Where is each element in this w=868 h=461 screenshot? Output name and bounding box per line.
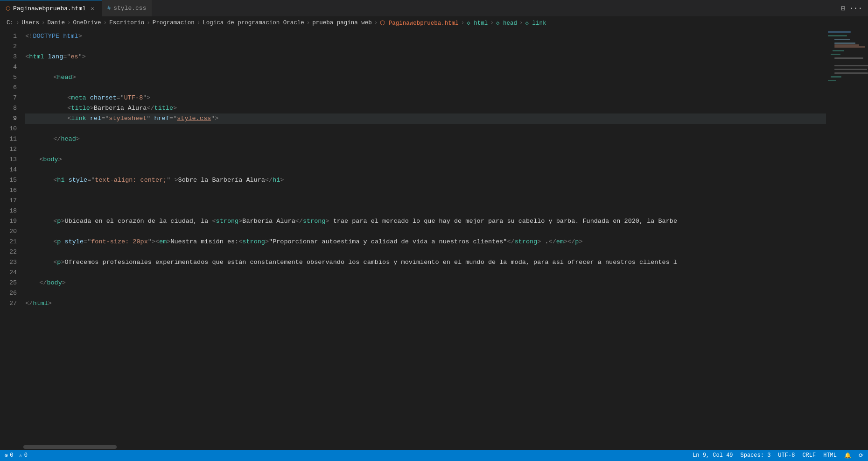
line-num-12: 12: [9, 144, 17, 155]
line-num-26: 26: [9, 288, 17, 298]
line-num-17: 17: [9, 196, 17, 206]
spaces-label: Spaces: 3: [741, 452, 771, 459]
status-sync[interactable]: ⟳: [859, 452, 863, 459]
split-editor-icon[interactable]: ⊟: [841, 4, 846, 13]
code-line-21: <p style="font-size: 20px"><em>Nuestra m…: [25, 237, 826, 247]
code-line-15: <h1 style="text-align: center;" >Sobre l…: [25, 175, 826, 185]
code-line-26: [25, 288, 826, 298]
code-line-6: [25, 83, 826, 93]
code-line-7: <meta charset="UTF-8">: [25, 93, 826, 103]
scroll-thumb[interactable]: [23, 445, 117, 449]
tab-css[interactable]: # style.css: [102, 0, 152, 16]
status-warnings[interactable]: ⚠ 0: [19, 452, 27, 459]
code-line-4: [25, 62, 826, 72]
code-line-11: </head>: [25, 134, 826, 144]
line-num-11: 11: [9, 134, 17, 144]
code-editor[interactable]: <!DOCTYPE html> <html lang="es"> <head> …: [23, 29, 826, 444]
breadcrumb-danie[interactable]: Danie: [48, 20, 65, 26]
status-encoding[interactable]: UTF-8: [778, 452, 795, 459]
line-num-18: 18: [9, 206, 17, 216]
error-icon: ⊗: [5, 452, 8, 459]
eol-label: CRLF: [802, 452, 816, 459]
line-num-9: 9: [9, 113, 17, 124]
minimap-line: [828, 31, 851, 33]
sync-icon: ⟳: [859, 452, 863, 459]
encoding-label: UTF-8: [778, 452, 795, 459]
horizontal-scrollbar[interactable]: [0, 444, 868, 450]
html-icon: ⬡: [6, 5, 10, 12]
line-num-5: 5: [9, 72, 17, 83]
title-bar: ⬡ Paginawebprueba.html ✕ # style.css ⊟ ·…: [0, 0, 868, 16]
line-num-14: 14: [9, 165, 17, 175]
status-ln-col[interactable]: Ln 9, Col 49: [693, 452, 733, 459]
tab-css-label: style.css: [113, 5, 146, 12]
code-line-22: [25, 247, 826, 257]
code-line-5: <head>: [25, 72, 826, 83]
line-num-13: 13: [9, 155, 17, 165]
line-num-4: 4: [9, 62, 17, 72]
status-language[interactable]: HTML: [823, 452, 837, 459]
editor-area: 1 2 3 4 5 6 7 8 9 10 11 12 13 14 15 16 1…: [0, 29, 868, 444]
breadcrumb: C: › Users › Danie › OneDrive › Escritor…: [0, 16, 868, 29]
code-line-25: </body>: [25, 278, 826, 288]
status-spaces[interactable]: Spaces: 3: [741, 452, 771, 459]
line-num-27: 27: [9, 298, 17, 309]
line-numbers: 1 2 3 4 5 6 7 8 9 10 11 12 13 14 15 16 1…: [0, 29, 23, 444]
code-line-12: [25, 144, 826, 155]
tab-group: ⬡ Paginawebprueba.html ✕ # style.css: [0, 0, 152, 16]
code-line-18: [25, 206, 826, 216]
breadcrumb-html-file[interactable]: ⬡ Paginawebprueba.html: [380, 19, 459, 27]
status-left: ⊗ 0 ⚠ 0: [5, 452, 28, 459]
code-line-23: <p>Ofrecemos profesionales experimentado…: [25, 257, 826, 268]
line-num-21: 21: [9, 237, 17, 247]
breadcrumb-head-tag[interactable]: ◇ head: [496, 19, 517, 27]
breadcrumb-onedrive[interactable]: OneDrive: [73, 20, 101, 26]
status-right: Ln 9, Col 49 Spaces: 3 UTF-8 CRLF HTML 🔔…: [693, 452, 863, 459]
code-line-3: <html lang="es">: [25, 52, 826, 62]
line-num-2: 2: [9, 42, 17, 52]
code-line-27: </html>: [25, 298, 826, 309]
tab-html-label: Paginawebprueba.html: [13, 5, 86, 12]
code-line-2: [25, 42, 826, 52]
line-num-3: 3: [9, 52, 17, 62]
minimap-content: [826, 29, 868, 84]
status-eol[interactable]: CRLF: [802, 452, 816, 459]
line-num-10: 10: [9, 124, 17, 134]
line-num-25: 25: [9, 278, 17, 288]
breadcrumb-html-tag[interactable]: ◇ html: [467, 19, 488, 27]
line-num-19: 19: [9, 216, 17, 227]
breadcrumb-logica[interactable]: Logica de programacion Oracle: [203, 20, 304, 26]
language-label: HTML: [823, 452, 837, 459]
status-bar: ⊗ 0 ⚠ 0 Ln 9, Col 49 Spaces: 3 UTF-8 CRL…: [0, 450, 868, 461]
code-line-19: <p>Ubicada en el corazón de la ciudad, l…: [25, 216, 826, 227]
line-num-24: 24: [9, 268, 17, 278]
breadcrumb-programacion[interactable]: Programacion: [153, 20, 195, 26]
title-bar-right: ⊟ ···: [841, 4, 868, 13]
breadcrumb-users[interactable]: Users: [22, 20, 40, 26]
minimap: [826, 29, 868, 444]
ln-col-label: Ln 9, Col 49: [693, 452, 733, 459]
code-line-20: [25, 227, 826, 237]
breadcrumb-escritorio[interactable]: Escritorio: [109, 20, 144, 26]
more-actions-icon[interactable]: ···: [849, 4, 862, 13]
line-num-15: 15: [9, 175, 17, 185]
status-errors[interactable]: ⊗ 0: [5, 452, 13, 459]
line-num-1: 1: [9, 31, 17, 42]
breadcrumb-c[interactable]: C:: [7, 20, 14, 26]
line-num-6: 6: [9, 83, 17, 93]
tab-html-close[interactable]: ✕: [89, 5, 96, 12]
line-num-23: 23: [9, 257, 17, 268]
status-bell[interactable]: 🔔: [844, 452, 851, 459]
code-line-16: [25, 185, 826, 196]
line-num-7: 7: [9, 93, 17, 103]
tab-html[interactable]: ⬡ Paginawebprueba.html ✕: [0, 0, 102, 16]
line-num-20: 20: [9, 227, 17, 237]
breadcrumb-prueba[interactable]: prueba pagina web: [312, 20, 372, 26]
error-count: 0: [10, 452, 13, 459]
code-line-13: <body>: [25, 155, 826, 165]
code-line-9: <link rel="stylesheet" href="style.css">: [25, 113, 826, 124]
code-line-10: [25, 124, 826, 134]
code-line-1: <!DOCTYPE html>: [25, 31, 826, 42]
breadcrumb-link-tag[interactable]: ◇ link: [525, 19, 546, 27]
line-num-16: 16: [9, 185, 17, 196]
